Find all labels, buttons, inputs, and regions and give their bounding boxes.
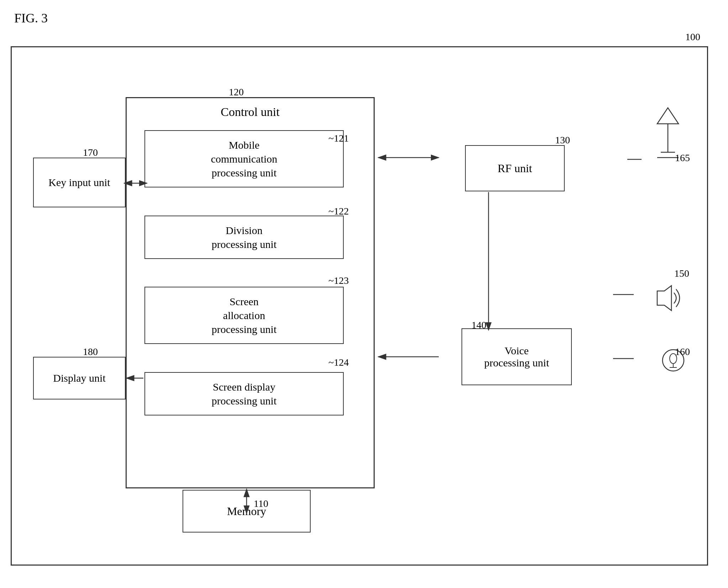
display-unit-label: Display unit [53,372,106,384]
ref-160: 160 [675,346,690,357]
ref-124: ~124 [328,357,349,368]
antenna-icon [650,102,686,159]
voice-unit-label: Voiceprocessing unit [484,345,549,369]
division-label: Divisionprocessing unit [212,224,276,250]
rf-unit-box: RF unit [465,145,565,191]
rf-unit-label: RF unit [498,162,532,175]
ref-123: ~123 [328,275,349,286]
division-box: Divisionprocessing unit [144,216,344,259]
ref-140: 140 [471,319,486,331]
ref-165: 165 [675,152,690,164]
screen-display-box: Screen displayprocessing unit [144,372,344,415]
ref-180: 180 [83,346,98,357]
ref-122: ~122 [328,206,349,217]
screen-alloc-box: Screenallocationprocessing unit [144,287,344,344]
svg-marker-0 [657,286,671,311]
speaker-icon [652,282,687,314]
memory-box: Memory [183,490,311,533]
control-unit-box: Control unit Mobilecommunicationprocessi… [126,97,375,488]
key-input-label: Key input unit [48,176,110,189]
device-outline: Control unit Mobilecommunicationprocessi… [11,46,708,566]
ref-170: 170 [83,147,98,158]
display-unit-box: Display unit [33,357,126,399]
ref-100: 100 [685,31,700,43]
figure-label: FIG. 3 [14,11,48,26]
mobile-comm-label: Mobilecommunicationprocessing unit [211,139,278,179]
screen-display-label: Screen displayprocessing unit [212,381,276,407]
ref-130: 130 [555,134,570,146]
ref-120: 120 [229,86,244,98]
voice-unit-box: Voiceprocessing unit [461,328,572,385]
screen-alloc-label: Screenallocationprocessing unit [212,296,276,335]
ref-150: 150 [674,268,689,279]
control-unit-label: Control unit [127,105,374,119]
svg-marker-6 [657,108,679,124]
mobile-comm-box: Mobilecommunicationprocessing unit [144,130,344,187]
ref-110: 110 [254,498,268,509]
key-input-box: Key input unit [33,158,126,207]
ref-121: ~121 [328,133,349,144]
